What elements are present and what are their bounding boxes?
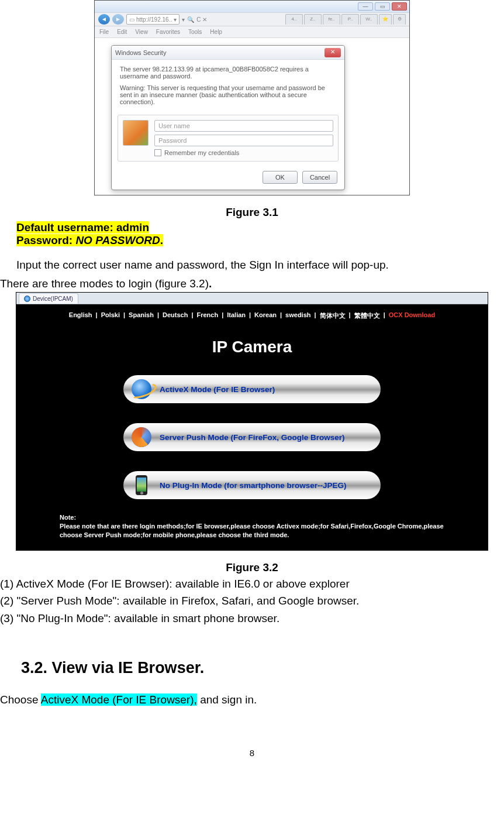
back-icon[interactable]: ◄ (98, 14, 110, 25)
server-push-mode-button[interactable]: Server Push Mode (For FireFox, Google Br… (123, 423, 381, 451)
phone-icon (136, 475, 147, 495)
favorites-icon[interactable]: ⭐ (379, 14, 392, 25)
page-icon: ▭ (129, 16, 134, 23)
ok-button[interactable]: OK (263, 171, 298, 184)
page-number: 8 (0, 748, 504, 758)
menu-item[interactable]: Help (210, 29, 222, 35)
close-icon[interactable]: ✕ (392, 2, 407, 11)
dialog-titlebar: Windows Security ✕ (112, 46, 344, 60)
url-text: http://192.16.. (136, 16, 172, 23)
ie-icon (132, 379, 151, 399)
password-field[interactable]: Password (154, 135, 333, 146)
menu-item[interactable]: Edit (117, 29, 127, 35)
browser-viewport: Windows Security ✕ The server 98.212.133… (95, 38, 409, 195)
note-text: Note: Please note that are there login m… (60, 513, 458, 540)
ipcam-page: English| Polski| Spanish| Deutsch| Frenc… (16, 304, 488, 550)
lang-link[interactable]: English (69, 311, 92, 320)
lang-link[interactable]: 简体中文 (320, 311, 346, 320)
activex-mode-button[interactable]: ActiveX Mode (For IE Browser) (123, 375, 381, 403)
maximize-icon[interactable]: ▭ (375, 2, 390, 11)
mode-label: ActiveX Mode (For IE Browser) (160, 385, 275, 394)
dialog-title: Windows Security (115, 49, 166, 56)
tab[interactable]: W.. (360, 14, 378, 25)
no-plugin-mode-button[interactable]: No Plug-In Mode (for smartphone browser-… (123, 471, 381, 499)
browser-tab[interactable]: Device(IPCAM) (19, 293, 78, 304)
body-text: There are three modes to login (figure 3… (0, 276, 504, 291)
page-title: IP Camera (16, 338, 488, 356)
lang-link[interactable]: Spanish (129, 311, 154, 320)
tab[interactable]: P.. (341, 14, 359, 25)
tab[interactable]: Z.. (304, 14, 322, 25)
list-item: (2) "Server Push Mode": available in Fir… (0, 593, 504, 609)
highlighted-text: ActiveX Mode (For IE Browser), (41, 693, 197, 706)
lang-link[interactable]: French (196, 311, 218, 320)
lang-link[interactable]: Italian (227, 311, 246, 320)
tab[interactable]: 4.. (285, 14, 303, 25)
default-password-label: Password: NO PASSWORD. (16, 234, 163, 246)
figure-3-2-window: Device(IPCAM) English| Polski| Spanish| … (16, 292, 488, 551)
avatar-icon (123, 120, 149, 146)
lang-link[interactable]: 繁體中文 (354, 311, 380, 320)
tab-label: Device(IPCAM) (33, 294, 73, 304)
security-dialog: Windows Security ✕ The server 98.212.133… (111, 45, 345, 190)
figure-3-1-window: — ▭ ✕ ◄ ► ▭ http://192.16.. ▾ ▾ 🔍 C ✕ 4.… (94, 0, 410, 195)
lang-link[interactable]: Korean (254, 311, 277, 320)
credentials-panel: User name Password Remember my credentia… (118, 115, 339, 162)
lang-link[interactable]: swedish (285, 311, 310, 320)
firefox-icon (132, 427, 151, 447)
menu-item[interactable]: Tools (188, 29, 202, 35)
browser-menubar: File Edit View Favorites Tools Help (95, 26, 409, 38)
body-text: Input the correct user name and password… (0, 257, 504, 273)
dialog-warning: Warning: This server is requesting that … (120, 84, 336, 105)
body-text: Choose ActiveX Mode (For IE Browser), an… (0, 692, 504, 708)
minimize-icon[interactable]: — (358, 2, 373, 11)
ie-icon (24, 296, 30, 302)
gear-icon[interactable]: ⚙ (393, 14, 406, 25)
address-bar[interactable]: ▭ http://192.16.. ▾ (126, 14, 179, 25)
lang-link[interactable]: Polski (101, 311, 120, 320)
tab[interactable]: fe.. (323, 14, 340, 25)
browser-tabs: 4.. Z.. fe.. P.. W.. ⭐ ⚙ (285, 14, 406, 25)
cancel-button[interactable]: Cancel (302, 171, 337, 184)
dialog-close-icon[interactable]: ✕ (325, 48, 341, 57)
placeholder: Password (158, 137, 187, 144)
lang-link[interactable]: Deutsch (163, 311, 188, 320)
dialog-body: The server 98.212.133.99 at ipcamera_00B… (112, 60, 344, 109)
checkbox-icon[interactable] (154, 149, 161, 156)
browser-tabbar: Device(IPCAM) (16, 293, 488, 304)
figure-caption: Figure 3.1 (0, 206, 504, 219)
default-username: Default username: admin (16, 221, 149, 233)
section-heading: 3.2. View via IE Browser. (21, 659, 504, 677)
refresh-icon[interactable]: 🔍 (187, 16, 194, 23)
remember-label: Remember my credentials (164, 149, 239, 156)
menu-item[interactable]: View (135, 29, 148, 35)
remember-checkbox[interactable]: Remember my credentials (154, 149, 333, 156)
browser-navbar: ◄ ► ▭ http://192.16.. ▾ ▾ 🔍 C ✕ 4.. Z.. … (95, 12, 409, 26)
menu-item[interactable]: Favorites (156, 29, 180, 35)
menu-item[interactable]: File (99, 29, 109, 35)
figure-caption: Figure 3.2 (0, 561, 504, 574)
window-titlebar: — ▭ ✕ (95, 1, 409, 12)
list-item: (3) "No Plug-In Mode": available in smar… (0, 611, 504, 626)
mode-label: Server Push Mode (For FireFox, Google Br… (160, 433, 345, 442)
mode-label: No Plug-In Mode (for smartphone browser-… (160, 481, 347, 490)
forward-icon[interactable]: ► (112, 14, 124, 25)
language-bar: English| Polski| Spanish| Deutsch| Frenc… (16, 304, 488, 324)
username-field[interactable]: User name (154, 120, 333, 132)
dialog-message: The server 98.212.133.99 at ipcamera_00B… (120, 66, 336, 80)
placeholder: User name (158, 122, 190, 129)
ocx-download-link[interactable]: OCX Download (389, 311, 435, 320)
dropdown-icon[interactable]: ▾ (174, 16, 177, 23)
list-item: (1) ActiveX Mode (For IE Browser): avail… (0, 576, 504, 592)
